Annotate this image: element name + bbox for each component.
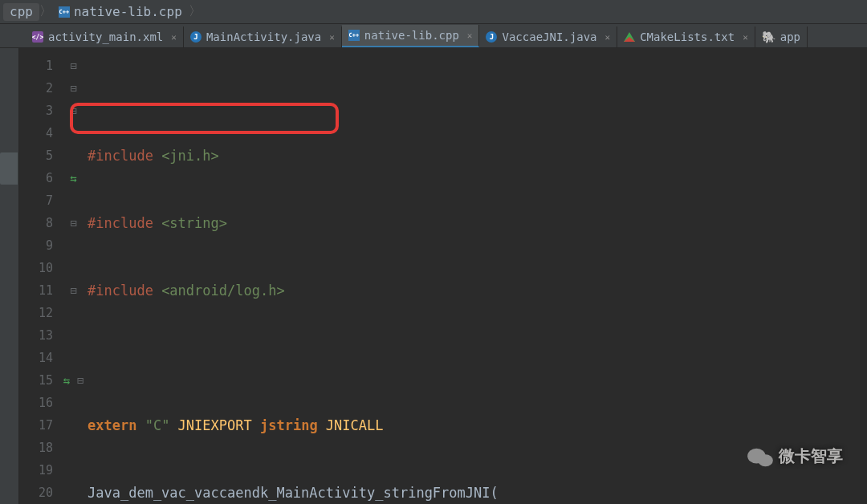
tab-label: VaccaeJNI.java (502, 30, 596, 43)
cpp-file-icon: C++ (59, 6, 70, 18)
watermark: 微卡智享 (747, 445, 843, 467)
xml-file-icon: </> (32, 31, 43, 43)
close-icon[interactable]: ✕ (171, 32, 177, 43)
tab-label: app (780, 30, 800, 43)
svg-point-1 (758, 454, 773, 466)
fold-column[interactable]: ⊟ ⊟ ⊟ ⇆ ⊟ ⊟ ⇆ ⊟ (59, 55, 88, 504)
tab-activity-main[interactable]: </> activity_main.xml ✕ (26, 26, 184, 47)
close-icon[interactable]: ✕ (743, 32, 748, 43)
tab-label: CMakeLists.txt (640, 30, 735, 43)
tool-window-stripe[interactable] (0, 48, 19, 504)
tab-app[interactable]: 🐘 app (755, 26, 808, 47)
chevron-right-icon: 〉 (39, 3, 52, 20)
breadcrumb-file[interactable]: C++ native-lib.cpp (52, 3, 189, 21)
tab-label: native-lib.cpp (364, 29, 459, 42)
java-file-icon (486, 31, 497, 43)
recursive-call-icon: ⇆ (70, 172, 76, 185)
tab-label: activity_main.xml (48, 30, 163, 43)
cmake-file-icon (624, 32, 635, 42)
cpp-file-icon: C++ (348, 30, 360, 41)
code-editor[interactable]: #include <jni.h> #include <string> #incl… (88, 48, 867, 504)
recursive-call-icon: ⇆ (63, 374, 70, 387)
tab-mainactivity[interactable]: MainActivity.java ✕ (184, 26, 342, 47)
close-icon[interactable]: ✕ (605, 32, 611, 43)
highlight-box (70, 103, 339, 134)
editor-tab-bar: </> activity_main.xml ✕ MainActivity.jav… (0, 24, 867, 48)
breadcrumb-label: native-lib.cpp (74, 4, 182, 19)
breadcrumb-bar: cpp 〉 C++ native-lib.cpp 〉 (0, 0, 867, 24)
gradle-file-icon: 🐘 (762, 30, 775, 43)
chevron-right-icon: 〉 (189, 3, 201, 20)
tab-cmakelists[interactable]: CMakeLists.txt ✕ (617, 26, 755, 47)
editor-area: 12345 678910 1112131415 1617181920 ⊟ ⊟ ⊟… (0, 48, 867, 504)
close-icon[interactable]: ✕ (467, 30, 473, 41)
breadcrumb-label: cpp (10, 4, 33, 19)
watermark-text: 微卡智享 (779, 445, 843, 467)
java-file-icon (190, 31, 201, 43)
wechat-icon (747, 446, 771, 467)
tab-native-lib[interactable]: C++ native-lib.cpp ✕ (342, 25, 480, 47)
tab-label: MainActivity.java (206, 30, 321, 43)
breadcrumb-cpp[interactable]: cpp (3, 3, 39, 21)
tab-vaccaejni[interactable]: VaccaeJNI.java ✕ (479, 26, 617, 47)
line-numbers: 12345 678910 1112131415 1617181920 (19, 55, 59, 504)
close-icon[interactable]: ✕ (329, 32, 335, 43)
sidebar-tab[interactable] (0, 152, 18, 185)
gutter: 12345 678910 1112131415 1617181920 ⊟ ⊟ ⊟… (19, 48, 88, 504)
